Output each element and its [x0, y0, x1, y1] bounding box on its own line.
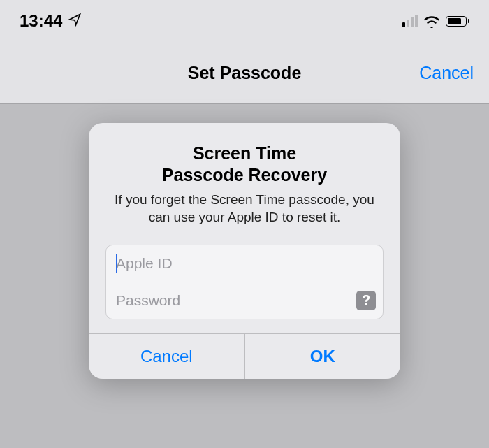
alert-title-line2: Passcode Recovery [105, 164, 384, 186]
status-time: 13:44 [20, 11, 62, 31]
password-input[interactable] [106, 282, 383, 319]
alert-body: Screen Time Passcode Recovery If you for… [89, 123, 400, 333]
alert-title: Screen Time Passcode Recovery [105, 143, 384, 187]
alert-cancel-button[interactable]: Cancel [89, 334, 245, 379]
alert-ok-button[interactable]: OK [245, 334, 401, 379]
alert-title-line1: Screen Time [105, 143, 384, 164]
status-bar: 13:44 [0, 0, 489, 42]
alert-actions: Cancel OK [89, 333, 400, 379]
alert-fields: ? [105, 245, 384, 319]
password-help-icon[interactable]: ? [356, 291, 376, 310]
location-icon [68, 11, 82, 31]
apple-id-field-wrapper [106, 245, 383, 282]
battery-icon [446, 16, 470, 27]
recovery-alert: Screen Time Passcode Recovery If you for… [89, 123, 400, 379]
apple-id-input[interactable] [106, 245, 383, 282]
password-field-wrapper: ? [106, 282, 383, 319]
status-right [402, 14, 470, 28]
page-title: Set Passcode [188, 63, 302, 83]
wifi-icon [423, 14, 440, 28]
nav-bar: Set Passcode Cancel [0, 42, 489, 104]
cellular-signal-icon [402, 15, 418, 27]
status-left: 13:44 [20, 11, 82, 31]
nav-cancel-button[interactable]: Cancel [419, 63, 474, 83]
alert-message: If you forget the Screen Time passcode, … [105, 191, 384, 226]
